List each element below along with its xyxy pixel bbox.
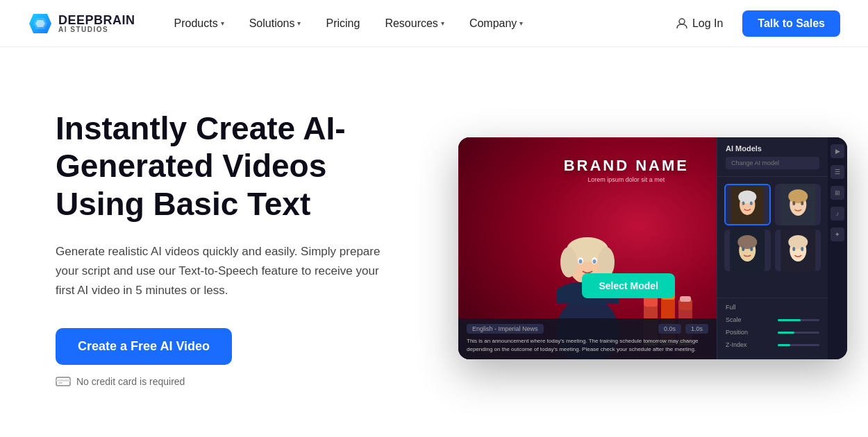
model-search-input[interactable]	[726, 157, 819, 169]
brand-name-text: BRAND NAME	[564, 157, 689, 175]
scale-slider[interactable]	[778, 319, 819, 321]
ctrl-full-row: Full	[726, 304, 819, 311]
panel-icon-4[interactable]: ♪	[831, 207, 844, 221]
cta-button[interactable]: Create a Free AI Video	[56, 328, 232, 365]
navbar: DEEPBRAIN AI STUDIOS Products ▾ Solution…	[0, 0, 868, 47]
avatar-face-4	[775, 230, 821, 271]
scale-fill	[778, 319, 801, 321]
panel-side-icons: ▶ ☰ ⊞ ♪ ✦	[828, 137, 847, 359]
no-credit-label: No credit card is required	[56, 376, 417, 387]
zindex-slider[interactable]	[778, 344, 819, 346]
svg-point-32	[742, 201, 745, 205]
panel-icon-5[interactable]: ✦	[831, 228, 844, 241]
svg-point-36	[788, 189, 808, 203]
language-tag: English - Imperial News	[467, 324, 544, 334]
nav-company[interactable]: Company ▾	[458, 12, 534, 35]
script-preview-text: This is an announcement where today's me…	[467, 337, 708, 354]
avatar-thumb-2[interactable]	[775, 184, 821, 225]
svg-rect-25	[680, 296, 691, 302]
svg-point-43	[750, 247, 753, 251]
panel-icon-3[interactable]: ⊞	[831, 186, 844, 200]
position-slider[interactable]	[778, 332, 819, 334]
nav-links: Products ▾ Solutions ▾ Pricing Resources…	[163, 12, 667, 35]
logo-text: DEEPBRAIN AI STUDIOS	[58, 14, 135, 33]
time-tags: 0.0s 1.0s	[658, 324, 708, 334]
logo-sub: AI STUDIOS	[58, 26, 135, 33]
nav-resources[interactable]: Resources ▾	[374, 12, 455, 35]
time-start: 0.0s	[658, 324, 681, 334]
avatar-face-1	[726, 185, 769, 224]
svg-point-42	[742, 247, 744, 251]
hero-left: Instantly Create AI-Generated Videos Usi…	[56, 110, 417, 387]
preview-bottom-bar: English - Imperial News 0.0s 1.0s This i…	[458, 318, 717, 359]
preview-main: BRAND NAME Lorem ipsum dolor sit a met	[458, 137, 717, 359]
login-button[interactable]: Log In	[667, 12, 731, 35]
panel-icon-1[interactable]: ▶	[831, 144, 844, 158]
svg-point-33	[750, 201, 753, 205]
panel-icon-2[interactable]: ☰	[831, 165, 844, 179]
svg-rect-6	[58, 382, 62, 384]
hero-title: Instantly Create AI-Generated Videos Usi…	[56, 110, 417, 223]
product-preview: BRAND NAME Lorem ipsum dolor sit a met	[458, 137, 847, 359]
logo[interactable]: DEEPBRAIN AI STUDIOS	[28, 11, 135, 36]
talk-to-sales-button[interactable]: Talk to Sales	[742, 10, 840, 37]
ai-models-panel: AI Models	[717, 137, 828, 359]
svg-point-48	[801, 247, 803, 251]
svg-point-16	[593, 259, 596, 264]
avatar-face-3	[724, 230, 771, 271]
select-model-button[interactable]: Select Model	[582, 273, 675, 298]
avatar-grid	[717, 177, 828, 278]
panel-header: AI Models	[717, 137, 828, 177]
svg-point-46	[788, 235, 808, 249]
position-fill	[778, 332, 794, 334]
svg-rect-5	[56, 379, 70, 382]
preview-lang-row: English - Imperial News 0.0s 1.0s	[467, 324, 708, 334]
credit-card-icon	[56, 376, 71, 387]
nav-pricing[interactable]: Pricing	[315, 12, 371, 35]
nav-products[interactable]: Products ▾	[163, 12, 235, 35]
user-icon	[676, 17, 688, 30]
chevron-down-icon: ▾	[297, 19, 301, 27]
svg-point-47	[792, 247, 795, 251]
hero-description: Generate realistic AI videos quickly and…	[56, 242, 396, 300]
hero-section: Instantly Create AI-Generated Videos Usi…	[0, 47, 868, 436]
avatar-face-2	[775, 184, 821, 225]
panel-title: AI Models	[726, 144, 819, 153]
ctrl-position-label: Position	[726, 329, 748, 336]
svg-point-41	[737, 235, 757, 249]
ctrl-zindex-row: Z-Index	[726, 341, 819, 348]
nav-solutions[interactable]: Solutions ▾	[238, 12, 312, 35]
nav-right: Log In Talk to Sales	[667, 10, 840, 37]
svg-point-3	[679, 19, 685, 24]
brand-subtitle: Lorem ipsum dolor sit a met	[564, 176, 689, 183]
brand-overlay: BRAND NAME Lorem ipsum dolor sit a met	[564, 157, 689, 183]
svg-point-15	[579, 259, 583, 264]
ctrl-zindex-label: Z-Index	[726, 341, 747, 348]
avatar-thumb-4[interactable]	[775, 230, 821, 271]
svg-point-31	[738, 190, 756, 203]
time-end: 1.0s	[685, 324, 708, 334]
avatar-thumb-3[interactable]	[724, 230, 771, 271]
svg-point-11	[560, 247, 577, 277]
logo-brand: DEEPBRAIN	[58, 14, 135, 26]
zindex-fill	[778, 344, 790, 346]
avatar-thumb-1[interactable]	[724, 184, 771, 225]
chevron-down-icon: ▾	[519, 19, 523, 27]
chevron-down-icon: ▾	[221, 19, 224, 27]
hero-right: BRAND NAME Lorem ipsum dolor sit a met	[458, 137, 847, 359]
chevron-down-icon: ▾	[441, 19, 444, 27]
svg-point-38	[801, 201, 803, 205]
logo-icon	[28, 11, 53, 36]
ctrl-scale-row: Scale	[726, 316, 819, 323]
ctrl-scale-label: Scale	[726, 316, 742, 323]
panel-controls: Full Scale Position	[717, 298, 828, 359]
ctrl-full-label: Full	[726, 304, 736, 311]
ctrl-position-row: Position	[726, 329, 819, 336]
svg-point-37	[792, 201, 795, 205]
